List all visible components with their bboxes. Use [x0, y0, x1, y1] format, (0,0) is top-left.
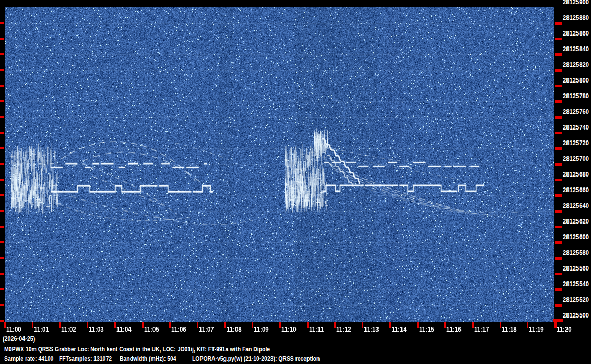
time-tick: [87, 322, 88, 328]
freq-tick-right: [555, 226, 562, 228]
stat-fft-samples-text: FFTsamples: 131072: [59, 355, 112, 362]
freq-tick-right: [555, 85, 562, 87]
stat-software: LOPORA-v5g.py(w) (21-10-2023): QRSS rece…: [192, 355, 352, 362]
freq-tick-label: 28125700: [560, 155, 589, 162]
time-tick-label: 11:02: [61, 325, 76, 333]
freq-tick-left: [0, 85, 4, 87]
time-tick: [472, 322, 474, 328]
freq-tick-right: [555, 100, 562, 103]
freq-tick-right: [555, 210, 562, 213]
stat-software-text: LOPORA-v5g.py(w) (21-10-2023): QRSS rece…: [192, 355, 320, 362]
time-tick: [114, 322, 116, 328]
freq-tick-left: [0, 132, 4, 134]
freq-tick-left: [0, 210, 4, 212]
freq-tick-right: [555, 147, 562, 150]
time-tick-label: 11:19: [529, 325, 544, 333]
time-tick: [4, 322, 6, 328]
freq-tick-label: 28125860: [560, 30, 589, 37]
time-tick-label: 11:14: [392, 325, 407, 333]
freq-tick-label: 28125740: [560, 124, 589, 131]
freq-tick-label: 28125880: [560, 14, 589, 21]
stat-bandwidth-text: Bandwidth (mHz): 504: [120, 355, 176, 362]
time-tick-label: 11:15: [419, 325, 434, 333]
stat-fft-samples: FFTsamples: 131072: [59, 355, 125, 362]
date-label: (2026-04-25): [3, 335, 43, 343]
time-tick: [224, 322, 226, 328]
freq-tick-right: [555, 257, 562, 260]
freq-tick-left: [0, 288, 4, 290]
freq-tick-label: 28125780: [560, 92, 589, 100]
station-info-text: M0PWX 10m QRSS Grabber Loc: North kent C…: [4, 345, 270, 353]
freq-tick-label: 28125620: [560, 218, 589, 225]
freq-tick-label: 28125540: [560, 280, 589, 288]
time-tick: [32, 322, 33, 328]
stat-bandwidth: Bandwidth (mHz): 504: [120, 355, 191, 362]
freq-tick-label: 28125800: [560, 77, 589, 84]
freq-tick-left: [0, 100, 4, 102]
freq-tick-right: [555, 241, 562, 244]
stat-sample-rate: Sample rate: 44100: [4, 355, 66, 362]
time-tick: [59, 322, 61, 328]
time-tick-label: 11:13: [364, 325, 379, 333]
freq-tick-right: [555, 179, 562, 181]
freq-tick-left: [0, 241, 4, 243]
freq-tick-left: [0, 147, 4, 149]
freq-tick-left: [0, 22, 4, 24]
time-tick: [527, 322, 528, 328]
time-tick-label: 11:04: [116, 325, 132, 333]
freq-tick-label: 28125500: [560, 312, 589, 319]
time-tick-label: 11:17: [474, 325, 489, 333]
freq-tick-left: [0, 320, 4, 322]
stat-sample-rate-text: Sample rate: 44100: [4, 355, 53, 362]
freq-tick-label: 28125720: [560, 139, 589, 147]
time-cursor-bar: [553, 319, 563, 322]
time-tick-label: 11:05: [144, 325, 159, 333]
freq-tick-right: [555, 163, 562, 166]
date-text: (2026-04-25): [3, 335, 35, 343]
freq-tick-left: [0, 273, 4, 275]
freq-tick-label: 28125840: [560, 45, 589, 53]
time-tick-label: 11:18: [502, 325, 517, 333]
time-tick: [197, 322, 198, 328]
spectrogram-canvas: [5, 7, 554, 322]
freq-tick-label: 28125640: [560, 202, 589, 209]
time-tick-label: 11:08: [227, 325, 242, 333]
time-tick-label: 11:20: [557, 325, 572, 333]
freq-tick-right: [555, 288, 562, 291]
freq-tick-left: [0, 163, 4, 165]
freq-tick-right: [555, 273, 562, 275]
time-tick-label: 11:00: [6, 325, 21, 333]
time-tick: [279, 322, 281, 328]
freq-tick-left: [0, 179, 4, 181]
time-tick: [362, 322, 363, 328]
freq-tick-left: [0, 69, 4, 71]
freq-tick-left: [0, 304, 4, 306]
freq-tick-label: 28125900: [560, 0, 589, 6]
time-tick-label: 11:01: [34, 325, 49, 333]
time-tick: [252, 322, 253, 328]
time-tick: [500, 322, 501, 328]
freq-tick-left: [0, 194, 4, 196]
freq-tick-label: 28125600: [560, 233, 589, 241]
time-tick-label: 11:11: [309, 325, 324, 333]
time-tick: [444, 322, 446, 328]
time-tick: [389, 322, 391, 328]
time-tick: [307, 322, 309, 328]
time-tick-label: 11:09: [254, 325, 269, 333]
freq-tick-left: [0, 53, 4, 55]
time-tick: [417, 322, 419, 328]
time-tick-label: 11:07: [199, 325, 214, 333]
freq-tick-left: [0, 226, 4, 228]
time-tick-label: 11:12: [336, 325, 351, 333]
freq-tick-label: 28125660: [560, 186, 589, 194]
time-tick: [169, 322, 171, 328]
freq-tick-label: 28125580: [560, 249, 589, 256]
freq-tick-label: 28125760: [560, 108, 589, 115]
freq-tick-right: [555, 304, 562, 307]
time-tick-label: 11:06: [171, 325, 186, 333]
freq-tick-right: [555, 132, 562, 134]
freq-tick-left: [0, 257, 4, 259]
time-tick-label: 11:16: [446, 325, 462, 333]
freq-tick-label: 28125520: [560, 296, 589, 303]
freq-tick-right: [555, 69, 562, 72]
